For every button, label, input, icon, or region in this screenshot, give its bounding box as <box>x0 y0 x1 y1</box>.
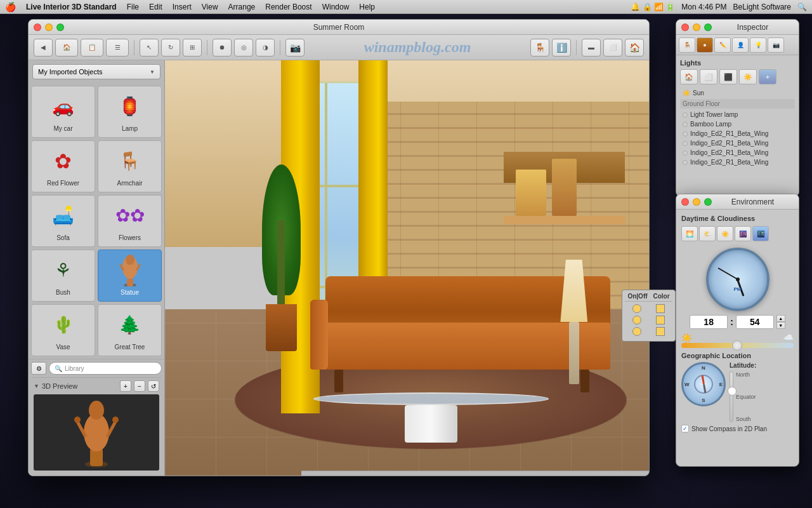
onoff-color-swatch-1[interactable] <box>656 304 665 313</box>
object-lamp[interactable]: 🏮 Lamp <box>98 86 162 138</box>
env-body: Daytime & Cloudiness 🌅 🌤️ ☀️ 🌆 🌃 PM <box>676 210 799 438</box>
tree-item-0[interactable]: Light Tower lamp <box>680 110 795 119</box>
noon-btn[interactable]: ☀️ <box>717 226 733 241</box>
objects-grid: 🚗 My car 🏮 Lamp ✿ Red Flower 🪑 Armchair <box>29 83 164 359</box>
watermark: winampblog.com <box>307 39 528 56</box>
object-sofa[interactable]: 🛋️ Sofa <box>31 195 95 247</box>
view-3d[interactable]: 🏠 <box>625 39 644 57</box>
info-btn[interactable]: ℹ️ <box>552 39 571 57</box>
insp-btn-4[interactable]: 👤 <box>732 37 749 53</box>
light-add-btn[interactable]: + <box>759 69 776 84</box>
objects-dropdown[interactable]: My Imported Objects ▼ <box>32 64 160 79</box>
object-statue[interactable]: Statue <box>98 250 162 302</box>
object-armchair[interactable]: 🪑 Armchair <box>98 140 162 192</box>
insp-btn-6[interactable]: 📷 <box>768 37 784 53</box>
object-my-car[interactable]: 🚗 My car <box>31 86 95 138</box>
time-minutes-input[interactable] <box>736 315 774 329</box>
close-button[interactable] <box>34 23 41 31</box>
preview-collapse-icon[interactable]: ▼ <box>34 383 39 389</box>
insp-btn-3[interactable]: ✏️ <box>714 37 731 53</box>
menu-view[interactable]: View <box>202 3 218 11</box>
view-2d[interactable]: ▬ <box>582 39 601 57</box>
inspector-maximize-btn[interactable] <box>704 23 712 31</box>
resize-bar[interactable] <box>301 471 649 476</box>
menu-insert[interactable]: Insert <box>173 3 192 11</box>
app-name[interactable]: Live Interior 3D Standard <box>26 3 117 11</box>
tools-btn-1[interactable]: 🪑 <box>530 39 549 57</box>
lat-slider-track[interactable] <box>730 371 733 422</box>
minimize-button[interactable] <box>45 23 53 31</box>
tree-item-2[interactable]: Indigo_Ed2_R1_Beta_Wing <box>680 129 795 138</box>
insp-btn-5[interactable]: 💡 <box>750 37 766 53</box>
onoff-color-swatch-2[interactable] <box>656 316 665 324</box>
view-btn[interactable]: ◑ <box>256 39 275 57</box>
settings-gear-btn[interactable]: ⚙ <box>31 362 46 375</box>
time-hours-input[interactable] <box>690 315 728 329</box>
env-title: Environment <box>731 197 774 206</box>
object-bush[interactable]: ⚘ Bush <box>31 250 95 302</box>
tree-item-3[interactable]: Indigo_Ed2_R1_Beta_Wing <box>680 138 795 148</box>
tree-item-1[interactable]: Bamboo Lamp <box>680 119 795 129</box>
nav-btn-1[interactable]: 🏠 <box>55 39 78 57</box>
dawn-btn[interactable]: 🌅 <box>681 226 698 241</box>
menu-render-boost[interactable]: Render Boost <box>265 3 311 11</box>
env-close-btn[interactable] <box>681 198 689 206</box>
apple-menu[interactable]: 🍎 <box>5 2 16 12</box>
select-tool[interactable]: ↖ <box>140 39 159 57</box>
time-step-up[interactable]: ▲ <box>776 315 785 322</box>
evening-btn[interactable]: 🌆 <box>735 226 751 241</box>
object-red-flower[interactable]: ✿ Red Flower <box>31 140 95 192</box>
insp-btn-1[interactable]: 🪑 <box>679 37 695 53</box>
compass[interactable]: N S E W <box>681 362 726 406</box>
lat-slider-thumb[interactable] <box>728 387 737 396</box>
menu-window[interactable]: Window <box>322 3 350 11</box>
search-box[interactable]: 🔍 Library <box>49 362 162 375</box>
object-flowers[interactable]: ✿✿ Flowers <box>98 195 162 247</box>
onoff-color-swatch-3[interactable] <box>656 327 665 336</box>
menu-help[interactable]: Help <box>359 3 375 11</box>
lens-btn[interactable]: ◎ <box>234 39 253 57</box>
zoom-in-btn[interactable]: + <box>120 380 131 392</box>
light-btn-3[interactable]: ⬛ <box>719 69 737 84</box>
search-menubar-icon[interactable]: 🔍 <box>797 3 807 11</box>
inspector-minimize-btn[interactable] <box>693 23 700 31</box>
maximize-button[interactable] <box>56 23 64 31</box>
env-minimize-btn[interactable] <box>693 198 700 206</box>
tree-item-1-label: Bamboo Lamp <box>690 121 731 128</box>
object-great-tree[interactable]: 🌲 Great Tree <box>98 304 162 356</box>
env-maximize-btn[interactable] <box>704 198 712 206</box>
lamp-icon: 🏮 <box>111 89 149 124</box>
light-btn-1[interactable]: 🏠 <box>680 69 698 84</box>
tree-item-4[interactable]: Indigo_Ed2_R1_Beta_Wing <box>680 148 795 157</box>
show-compass-checkbox[interactable]: ✓ <box>681 425 689 432</box>
bush-icon: ⚘ <box>44 253 82 288</box>
refresh-btn[interactable]: ↺ <box>148 380 159 392</box>
svg-line-11 <box>108 422 115 436</box>
object-vase[interactable]: 🌵 Vase <box>31 304 95 356</box>
record-btn[interactable]: ⏺ <box>213 39 232 57</box>
menu-file[interactable]: File <box>127 3 139 11</box>
rotate-tool[interactable]: ↻ <box>161 39 180 57</box>
back-btn[interactable]: ◀ <box>34 39 53 57</box>
camera-btn[interactable]: 📷 <box>285 39 304 57</box>
view-perspective[interactable]: ⬜ <box>603 39 622 57</box>
night-btn[interactable]: 🌃 <box>752 226 769 241</box>
sun-tree-item[interactable]: ☀️ Sun <box>680 88 795 98</box>
time-step-down[interactable]: ▼ <box>776 322 785 329</box>
menu-arrange[interactable]: Arrange <box>228 3 256 11</box>
light-btn-2[interactable]: ⬜ <box>700 69 717 84</box>
nav-btn-3[interactable]: ☰ <box>106 39 129 57</box>
cloudiness-thumb[interactable] <box>732 340 742 351</box>
shelf-item-2 <box>552 159 576 216</box>
morning-btn[interactable]: 🌤️ <box>699 226 716 241</box>
menu-edit[interactable]: Edit <box>149 3 162 11</box>
insp-btn-2[interactable]: ● <box>697 37 713 53</box>
light-btn-4[interactable]: ☀️ <box>739 69 757 84</box>
zoom-out-btn[interactable]: − <box>134 380 145 392</box>
snap-tool[interactable]: ⊞ <box>183 39 202 57</box>
time-separator: : <box>730 317 733 327</box>
cloudiness-track[interactable] <box>681 343 794 348</box>
inspector-close-btn[interactable] <box>681 23 689 31</box>
tree-item-5[interactable]: Indigo_Ed2_R1_Beta_Wing <box>680 157 795 167</box>
nav-btn-2[interactable]: 📋 <box>81 39 103 57</box>
